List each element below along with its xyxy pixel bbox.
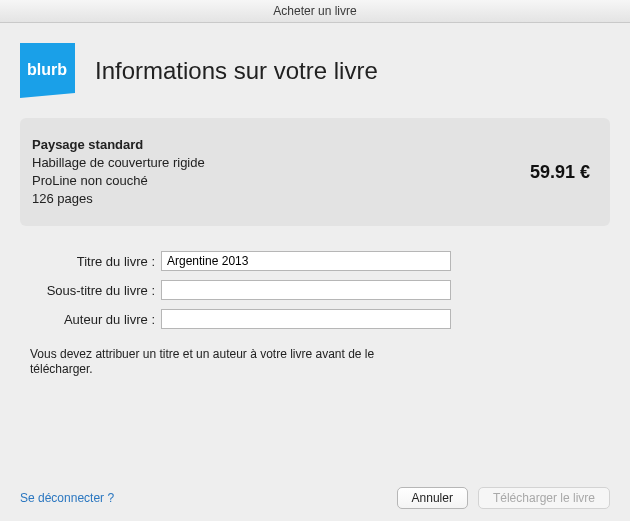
upload-button[interactable]: Télécharger le livre — [478, 487, 610, 509]
book-title-input[interactable] — [161, 251, 451, 271]
window-titlebar: Acheter un livre — [0, 0, 630, 23]
blurb-logo: blurb — [20, 43, 75, 98]
book-info-form: Titre du livre : Sous-titre du livre : A… — [20, 251, 610, 329]
signout-link[interactable]: Se déconnecter ? — [20, 491, 114, 505]
page-title: Informations sur votre livre — [95, 57, 378, 85]
book-format: Paysage standard — [32, 136, 530, 154]
book-cover-type: Habillage de couverture rigide — [32, 154, 530, 172]
blurb-logo-text: blurb — [27, 61, 67, 78]
window-title: Acheter un livre — [273, 4, 356, 18]
validation-hint: Vous devez attribuer un titre et un aute… — [30, 347, 430, 377]
book-price: 59.91 € — [530, 162, 590, 183]
book-subtitle-input[interactable] — [161, 280, 451, 300]
title-label: Titre du livre : — [20, 254, 161, 269]
header: blurb Informations sur votre livre — [0, 23, 630, 108]
book-summary-details: Paysage standard Habillage de couverture… — [32, 136, 530, 208]
window-body: blurb Informations sur votre livre Paysa… — [0, 23, 630, 521]
book-paper-type: ProLine non couché — [32, 172, 530, 190]
book-author-input[interactable] — [161, 309, 451, 329]
cancel-button[interactable]: Annuler — [397, 487, 468, 509]
author-label: Auteur du livre : — [20, 312, 161, 327]
footer: Se déconnecter ? Annuler Télécharger le … — [0, 487, 630, 509]
book-summary: Paysage standard Habillage de couverture… — [20, 118, 610, 226]
subtitle-label: Sous-titre du livre : — [20, 283, 161, 298]
book-page-count: 126 pages — [32, 190, 530, 208]
